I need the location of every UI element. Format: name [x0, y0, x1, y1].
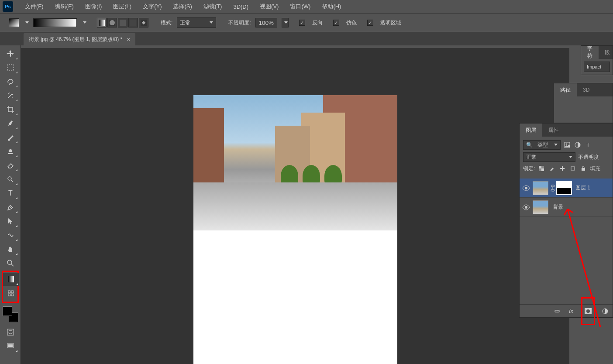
layer-name[interactable]: 背景 [553, 203, 563, 211]
dodge-tool[interactable] [3, 173, 18, 186]
adjustment-layer-icon[interactable] [601, 307, 609, 315]
gradient-tool[interactable] [3, 273, 19, 286]
menu-help[interactable]: 帮助(H) [316, 3, 347, 10]
svg-point-10 [7, 260, 12, 264]
opacity-stepper[interactable] [282, 18, 289, 27]
layer-row-background[interactable]: 背景 [520, 198, 613, 217]
eraser-tool[interactable] [3, 159, 18, 172]
layer-filter-select[interactable]: 🔍 类型 [523, 140, 561, 150]
font-family-select[interactable]: Impact [584, 62, 610, 72]
lock-all-icon[interactable] [579, 165, 587, 172]
dither-checkbox[interactable] [333, 20, 339, 26]
add-mask-icon[interactable] [584, 307, 592, 315]
hand-tool[interactable] [3, 243, 18, 256]
tab-paths[interactable]: 路径 [554, 83, 577, 96]
menu-type[interactable]: 文字(Y) [137, 3, 167, 10]
lock-artboard-icon[interactable] [569, 165, 577, 172]
ps-logo-icon: Ps [3, 1, 13, 12]
svg-point-25 [525, 206, 527, 209]
lasso-tool[interactable] [3, 75, 18, 88]
svg-rect-0 [99, 20, 105, 26]
menu-3d[interactable]: 3D(D) [227, 3, 254, 10]
foreground-color[interactable] [3, 306, 12, 316]
filter-adjust-icon[interactable] [574, 141, 582, 149]
svg-rect-20 [539, 166, 541, 168]
layer-fx-icon[interactable]: fx [567, 307, 575, 315]
filter-type-icon[interactable]: T [584, 141, 592, 149]
menu-edit[interactable]: 编辑(E) [49, 3, 79, 10]
gradient-preview[interactable] [33, 18, 77, 27]
transparency-checkbox[interactable] [367, 20, 373, 26]
paths-panel: 路径 3D [554, 83, 613, 123]
quick-mask-tool[interactable] [3, 326, 18, 339]
menu-file[interactable]: 文件(F) [19, 3, 49, 10]
mask-link-icon[interactable] [550, 184, 555, 192]
svg-rect-3 [120, 20, 126, 26]
layer-opacity-label: 不透明度 [578, 154, 599, 161]
opacity-input[interactable] [255, 18, 277, 27]
gradient-radial-button[interactable] [107, 18, 117, 27]
layer-blend-mode-select[interactable]: 正常 [523, 152, 575, 162]
eyedropper-tool[interactable] [3, 117, 18, 130]
dither-label: 仿色 [346, 19, 357, 27]
layer-thumbnail[interactable] [533, 181, 548, 195]
menu-view[interactable]: 视图(V) [254, 3, 284, 10]
canvas[interactable] [193, 95, 397, 364]
gradient-angle-button[interactable] [118, 18, 127, 27]
magic-wand-tool[interactable] [3, 89, 18, 102]
menu-image[interactable]: 图像(I) [79, 3, 107, 10]
type-tool[interactable]: T [3, 187, 18, 200]
tab-properties[interactable]: 属性 [542, 124, 565, 137]
svg-point-2 [110, 20, 115, 25]
layer-name[interactable]: 图层 1 [575, 184, 590, 192]
gradient-diamond-button[interactable] [139, 18, 148, 27]
layer-row-1[interactable]: 图层 1 [520, 179, 613, 198]
document-tab[interactable]: 街景.jpg @ 46.7% (图层 1, 图层蒙版/8) * × [24, 33, 135, 45]
gradient-picker-dropdown-icon[interactable] [83, 21, 86, 24]
pen-tool[interactable] [3, 201, 18, 214]
layer-thumbnail[interactable] [533, 200, 548, 214]
color-swatches[interactable] [3, 306, 18, 322]
menu-window[interactable]: 窗口(W) [284, 3, 316, 10]
canvas-area[interactable] [21, 48, 569, 364]
menu-filter[interactable]: 滤镜(T) [198, 3, 228, 10]
screen-mode-tool[interactable] [3, 340, 18, 353]
marquee-tool[interactable] [3, 61, 18, 74]
mode-label: 模式: [161, 19, 172, 27]
shape-tool[interactable] [3, 229, 18, 242]
svg-rect-11 [8, 276, 14, 282]
visibility-toggle[interactable] [522, 203, 530, 211]
tab-character[interactable]: 字符 [581, 46, 599, 59]
chevron-down-icon [210, 21, 213, 24]
link-layers-icon[interactable] [553, 307, 561, 315]
chevron-down-icon [284, 21, 288, 24]
visibility-toggle[interactable] [522, 184, 530, 192]
gradient-tool-icon[interactable] [9, 18, 19, 27]
move-tool[interactable] [3, 47, 18, 60]
lock-brush-icon[interactable] [548, 165, 556, 172]
filter-image-icon[interactable] [563, 141, 571, 149]
layer-mask-thumbnail[interactable] [556, 181, 572, 195]
brush-tool[interactable] [3, 131, 18, 144]
svg-point-17 [566, 144, 567, 145]
blend-mode-select[interactable]: 正常 [177, 17, 216, 28]
edit-toolbar-button[interactable] [3, 287, 19, 300]
gradient-reflected-button[interactable] [128, 18, 138, 27]
close-tab-button[interactable]: × [127, 36, 130, 43]
fill-label: 填充 [590, 165, 600, 172]
gradient-linear-button[interactable] [97, 18, 107, 27]
menu-layer[interactable]: 图层(L) [107, 3, 137, 10]
stamp-tool[interactable] [3, 145, 18, 158]
menu-select[interactable]: 选择(S) [167, 3, 197, 10]
gradient-tool-dropdown-icon[interactable] [25, 21, 29, 24]
lock-position-icon[interactable] [558, 165, 566, 172]
svg-point-24 [525, 187, 527, 189]
tab-paragraph[interactable]: 段 [599, 46, 613, 59]
zoom-tool[interactable] [3, 257, 18, 270]
tab-layers[interactable]: 图层 [520, 124, 542, 137]
path-select-tool[interactable] [3, 215, 18, 228]
crop-tool[interactable] [3, 103, 18, 116]
reverse-checkbox[interactable] [299, 20, 305, 26]
tab-3d[interactable]: 3D [577, 83, 596, 96]
lock-transparent-icon[interactable] [537, 165, 545, 172]
